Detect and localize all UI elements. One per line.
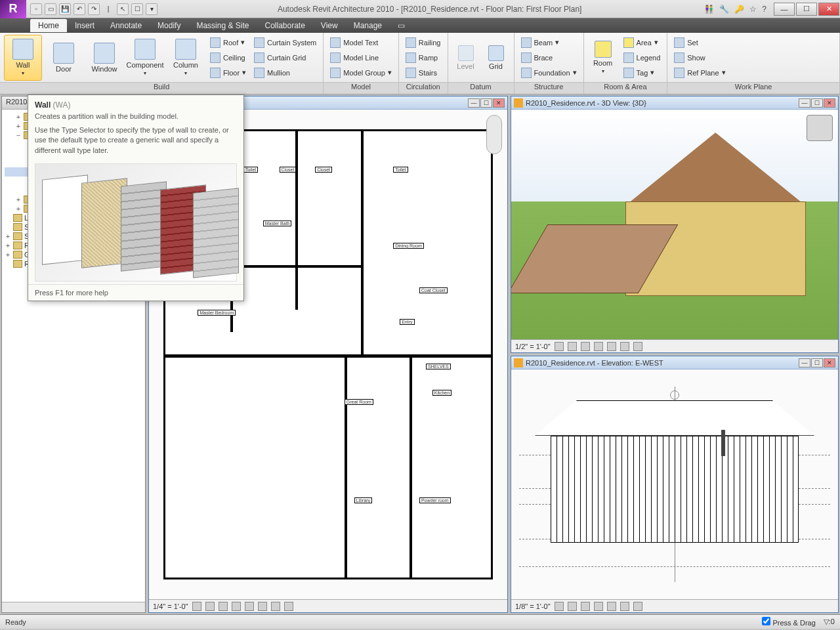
minimize-button[interactable]: — [774, 3, 795, 16]
wrench-icon[interactable]: 🔧 [719, 5, 729, 14]
vp-close-icon[interactable]: ✕ [493, 98, 505, 108]
hide-icon[interactable] [620, 602, 629, 611]
room-button[interactable]: Room▾ [588, 35, 618, 81]
ref-plane-button[interactable]: Ref Plane ▾ [671, 66, 728, 80]
tab-annotate[interactable]: Annotate [102, 19, 150, 32]
close-button[interactable]: ✕ [818, 3, 839, 16]
level-button[interactable]: Level [452, 35, 480, 81]
reveal-icon[interactable] [284, 602, 293, 611]
browser-scrollbar[interactable] [2, 602, 145, 612]
model-group-button[interactable]: Model Group ▾ [327, 66, 394, 80]
vp-3d-scale[interactable]: 1/2" = 1'-0" [515, 343, 551, 350]
crop-region-icon[interactable] [258, 602, 267, 611]
vp-max-icon[interactable]: ☐ [811, 98, 823, 108]
undo-icon[interactable]: ↶ [74, 3, 85, 15]
vp-elev-scale[interactable]: 1/8" = 1'-0" [515, 602, 551, 610]
maximize-button[interactable]: ☐ [796, 3, 817, 16]
model-text-button[interactable]: Model Text [327, 35, 394, 50]
vp-min-icon[interactable]: — [799, 98, 810, 108]
tab-modify[interactable]: Modify [150, 19, 188, 32]
floor-button[interactable]: Floor ▾ [207, 66, 249, 80]
shadows-icon[interactable] [232, 602, 241, 611]
tab-view[interactable]: View [313, 19, 346, 32]
visual-style-icon[interactable] [205, 602, 215, 611]
sun-path-icon[interactable] [581, 602, 590, 611]
app-menu-button[interactable]: R [0, 0, 26, 18]
tab-home[interactable]: Home [30, 19, 67, 32]
show-button[interactable]: Show [671, 51, 728, 65]
legend-button[interactable]: Legend [621, 51, 663, 65]
help-icon[interactable]: ? [762, 5, 766, 14]
shadows-icon[interactable] [594, 602, 603, 611]
foundation-button[interactable]: Foundation ▾ [518, 66, 579, 80]
vp-close-icon[interactable]: ✕ [824, 98, 835, 108]
detail-level-icon[interactable] [555, 342, 564, 351]
door-button[interactable]: Door [45, 35, 83, 81]
stairs-button[interactable]: Stairs [403, 66, 444, 80]
press-drag-toggle[interactable]: Press & Drag [762, 617, 815, 627]
binoculars-icon[interactable]: 👫 [704, 5, 714, 14]
column-button[interactable]: Column▾ [167, 35, 205, 81]
set-button[interactable]: Set [671, 35, 728, 50]
area-button[interactable]: Area ▾ [621, 35, 663, 50]
star-icon[interactable]: ☆ [749, 5, 757, 14]
modify-icon[interactable]: ↖ [117, 3, 129, 15]
vp-elev-canvas[interactable] [511, 369, 838, 599]
tab-extra-icon[interactable]: ▭ [390, 19, 413, 32]
key-icon[interactable]: 🔑 [734, 5, 744, 14]
mullion-button[interactable]: Mullion [251, 66, 319, 80]
tag-button[interactable]: Tag ▾ [621, 66, 663, 80]
wall-button[interactable]: Wall▾ [4, 35, 42, 81]
reveal-icon[interactable] [633, 342, 642, 351]
viewcube-icon[interactable] [807, 115, 833, 141]
component-button[interactable]: Component▾ [126, 35, 164, 81]
hide-icon[interactable] [620, 342, 629, 351]
box-icon[interactable]: ☐ [131, 3, 143, 15]
vp-floor-scale[interactable]: 1/4" = 1'-0" [153, 602, 188, 610]
crop-icon[interactable] [607, 602, 616, 611]
tab-manage[interactable]: Manage [346, 19, 390, 32]
sun-path-icon[interactable] [219, 602, 228, 611]
reveal-icon[interactable] [633, 602, 642, 611]
hide-icon[interactable] [271, 602, 280, 611]
dropdown-icon[interactable]: ▾ [146, 3, 158, 15]
curtain-system-button[interactable]: Curtain System [251, 35, 319, 50]
vp-3d-titlebar[interactable]: R2010_Residence.rvt - 3D View: {3D} — ☐ … [511, 96, 838, 110]
ceiling-button[interactable]: Ceiling [207, 51, 249, 65]
ramp-button[interactable]: Ramp [403, 51, 444, 65]
curtain-grid-button[interactable]: Curtain Grid [251, 51, 319, 65]
redo-icon[interactable]: ↷ [88, 3, 100, 15]
vp-max-icon[interactable]: ☐ [811, 358, 823, 368]
detail-level-icon[interactable] [555, 602, 564, 611]
railing-button[interactable]: Railing [403, 35, 444, 50]
vp-elev-titlebar[interactable]: R2010_Residence.rvt - Elevation: E-WEST … [511, 356, 838, 369]
crop-icon[interactable] [607, 342, 616, 351]
detail-level-icon[interactable] [192, 602, 201, 611]
sun-path-icon[interactable] [581, 342, 590, 351]
open-icon[interactable]: ▭ [45, 3, 56, 15]
new-icon[interactable]: ▫ [30, 3, 42, 15]
group-label-structure: Structure [514, 82, 583, 94]
filter-icon[interactable]: ▽:0 [824, 618, 835, 626]
visual-style-icon[interactable] [568, 602, 577, 611]
vp-max-icon[interactable]: ☐ [480, 98, 492, 108]
model-line-button[interactable]: Model Line [327, 51, 394, 65]
visual-style-icon[interactable] [568, 342, 577, 351]
vp-3d-canvas[interactable] [511, 110, 838, 339]
tab-massing-site[interactable]: Massing & Site [188, 19, 257, 32]
save-icon[interactable]: 💾 [59, 3, 71, 15]
beam-button[interactable]: Beam ▾ [518, 35, 579, 50]
brace-button[interactable]: Brace [518, 51, 579, 65]
grid-button[interactable]: Grid [482, 35, 510, 81]
tab-collaborate[interactable]: Collaborate [257, 19, 312, 32]
shadows-icon[interactable] [594, 342, 603, 351]
roof-button[interactable]: Roof ▾ [207, 35, 249, 50]
vp-min-icon[interactable]: — [799, 358, 810, 368]
tab-insert[interactable]: Insert [67, 19, 102, 32]
window-button[interactable]: Window [85, 35, 123, 81]
vp-close-icon[interactable]: ✕ [824, 358, 835, 368]
vp-min-icon[interactable]: — [468, 98, 480, 108]
crop-icon[interactable] [245, 602, 254, 611]
nav-wheel-icon[interactable] [486, 115, 502, 154]
titlebar: R ▫ ▭ 💾 ↶ ↷ | ↖ ☐ ▾ Autodesk Revit Archi… [0, 0, 840, 18]
